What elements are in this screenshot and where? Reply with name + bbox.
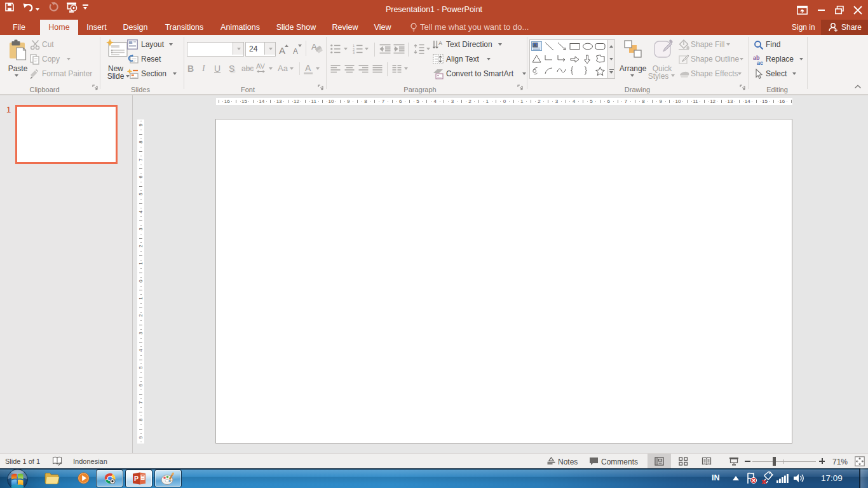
svg-text:3: 3 [353, 51, 355, 54]
svg-text:A: A [534, 43, 536, 47]
svg-text:ac: ac [757, 60, 763, 65]
svg-text:P: P [134, 475, 139, 482]
svg-text:A: A [438, 40, 442, 46]
